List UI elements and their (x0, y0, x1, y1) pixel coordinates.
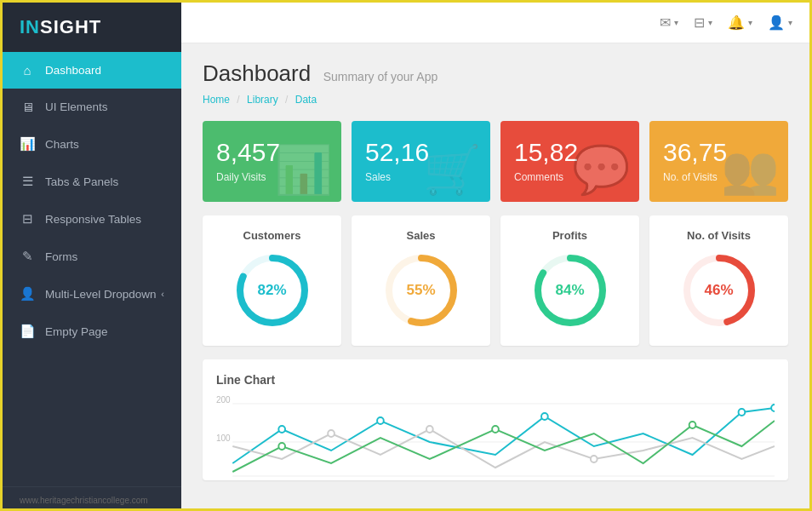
donut-title-profits: Profits (514, 229, 626, 242)
stat-bg-icon-sales: 🛒 (423, 142, 482, 198)
chart-area: 200 100 (216, 395, 775, 480)
sidebar-item-forms[interactable]: ✎ Forms (3, 238, 181, 275)
donut-label-customers: 82% (257, 282, 286, 299)
nav-label-tabs-panels: Tabs & Panels (45, 175, 118, 188)
svg-point-11 (278, 426, 285, 433)
stat-bg-icon-daily-visits: 📊 (274, 142, 333, 198)
svg-point-19 (278, 443, 285, 450)
sidebar-item-tabs-panels[interactable]: ☰ Tabs & Panels (3, 163, 181, 200)
svg-point-21 (689, 422, 696, 428)
stat-card-no-of-visits: 36,75 No. of Visits 👥 (649, 121, 788, 202)
nav-icon-multi-level: 👤 (20, 286, 35, 301)
donut-title-customers: Customers (216, 229, 328, 242)
svg-point-13 (541, 413, 548, 420)
line-chart-section: Line Chart 200 100 (203, 359, 788, 480)
nav-icon-ui-elements: 🖥 (20, 100, 35, 114)
stat-card-comments: 15,82 Comments 💬 (500, 121, 639, 202)
sidebar-item-empty-page[interactable]: 📄 Empty Page (3, 313, 181, 350)
bell-icon: 🔔 (728, 14, 745, 31)
logo: INSIGHT (3, 3, 181, 52)
topbar-icon-email[interactable]: ✉▾ (660, 14, 678, 31)
topbar-icon-user[interactable]: 👤▾ (768, 14, 792, 31)
logo-sight: SIGHT (40, 16, 101, 37)
donut-panel-profits: Profits 84% (500, 215, 639, 346)
svg-point-17 (426, 426, 433, 433)
page-subtitle: Summary of your App (323, 70, 438, 83)
donut-panel-customers: Customers 82% (203, 215, 341, 346)
nav-label-charts: Charts (45, 138, 79, 151)
donut-label-no-of-visits: 46% (704, 282, 733, 299)
main-content: ✉▾⊟▾🔔▾👤▾ Dashboard Summary of your App H… (181, 3, 809, 508)
page-title: Dashboard (203, 60, 311, 86)
donut-label-profits: 84% (555, 282, 584, 299)
donut-label-sales: 55% (406, 282, 435, 299)
line-chart-svg (216, 395, 775, 480)
sidebar-item-multi-level[interactable]: 👤 Multi-Level Dropdown ‹ (3, 275, 181, 313)
logo-in: IN (20, 16, 40, 37)
donut-panel-no-of-visits: No. of Visits 46% (649, 215, 788, 346)
nav-label-ui-elements: UI Elements (45, 100, 108, 113)
nav-icon-forms: ✎ (20, 249, 35, 264)
menu-caret: ▾ (708, 18, 712, 27)
topbar-icon-bell[interactable]: 🔔▾ (728, 14, 752, 31)
sidebar-item-charts[interactable]: 📊 Charts (3, 125, 181, 163)
nav-arrow-multi-level: ‹ (161, 289, 164, 299)
nav-label-empty-page: Empty Page (45, 325, 108, 338)
nav-icon-empty-page: 📄 (20, 324, 35, 339)
topbar-icon-menu[interactable]: ⊟▾ (694, 14, 712, 31)
breadcrumb-home[interactable]: Home (203, 94, 230, 106)
donut-panel-sales: Sales 55% (352, 215, 490, 346)
sidebar-item-responsive-tables[interactable]: ⊟ Responsive Tables (3, 200, 181, 238)
page-header: Dashboard Summary of your App (203, 60, 788, 87)
sidebar-item-dashboard[interactable]: ⌂ Dashboard (3, 52, 181, 89)
stat-bg-icon-no-of-visits: 👥 (721, 142, 780, 198)
stat-card-sales: 52,16 Sales 🛒 (352, 121, 490, 202)
sidebar-nav: ⌂ Dashboard 🖥 UI Elements 📊 Charts ☰ Tab… (3, 52, 181, 486)
svg-point-14 (739, 409, 746, 416)
nav-label-responsive-tables: Responsive Tables (45, 213, 141, 226)
svg-point-20 (492, 426, 499, 433)
svg-point-18 (591, 456, 598, 462)
sidebar-footer: www.heritagechristiancollege.com (3, 486, 181, 511)
y-label-200: 200 (216, 395, 231, 405)
nav-label-forms: Forms (45, 250, 77, 263)
chart-title: Line Chart (216, 373, 775, 387)
sidebar-item-ui-elements[interactable]: 🖥 UI Elements (3, 89, 181, 125)
stat-card-daily-visits: 8,457 Daily Visits 📊 (203, 121, 341, 202)
stat-cards: 8,457 Daily Visits 📊 52,16 Sales 🛒 15,82… (203, 121, 788, 202)
nav-label-multi-level: Multi-Level Dropdown (45, 288, 157, 301)
nav-icon-responsive-tables: ⊟ (20, 211, 35, 227)
donut-title-no-of-visits: No. of Visits (663, 229, 775, 242)
breadcrumb-library[interactable]: Library (247, 94, 278, 106)
user-icon: 👤 (768, 14, 785, 31)
svg-point-12 (377, 417, 384, 424)
user-caret: ▾ (788, 18, 792, 27)
sidebar: INSIGHT ⌂ Dashboard 🖥 UI Elements 📊 Char… (3, 3, 181, 511)
donut-sales: 55% (383, 252, 460, 329)
topbar: ✉▾⊟▾🔔▾👤▾ (181, 3, 809, 43)
svg-point-16 (328, 430, 335, 437)
breadcrumb-data: Data (295, 94, 317, 106)
donut-panels: Customers 82% Sales 55% Profits (203, 215, 788, 346)
menu-icon: ⊟ (694, 14, 705, 31)
breadcrumb: Home / Library / Data (203, 94, 788, 106)
nav-icon-tabs-panels: ☰ (20, 174, 35, 189)
nav-icon-dashboard: ⌂ (20, 63, 35, 78)
y-label-100: 100 (216, 433, 231, 443)
donut-customers: 82% (234, 252, 311, 329)
email-icon: ✉ (660, 14, 671, 31)
email-caret: ▾ (674, 18, 678, 27)
stat-bg-icon-comments: 💬 (572, 142, 631, 198)
nav-label-dashboard: Dashboard (45, 64, 101, 77)
donut-profits: 84% (532, 252, 609, 329)
nav-icon-charts: 📊 (20, 136, 35, 152)
bell-caret: ▾ (748, 18, 752, 27)
donut-title-sales: Sales (365, 229, 477, 242)
content-area: Dashboard Summary of your App Home / Lib… (181, 43, 809, 508)
donut-no-of-visits: 46% (681, 252, 758, 329)
svg-point-15 (771, 405, 775, 411)
